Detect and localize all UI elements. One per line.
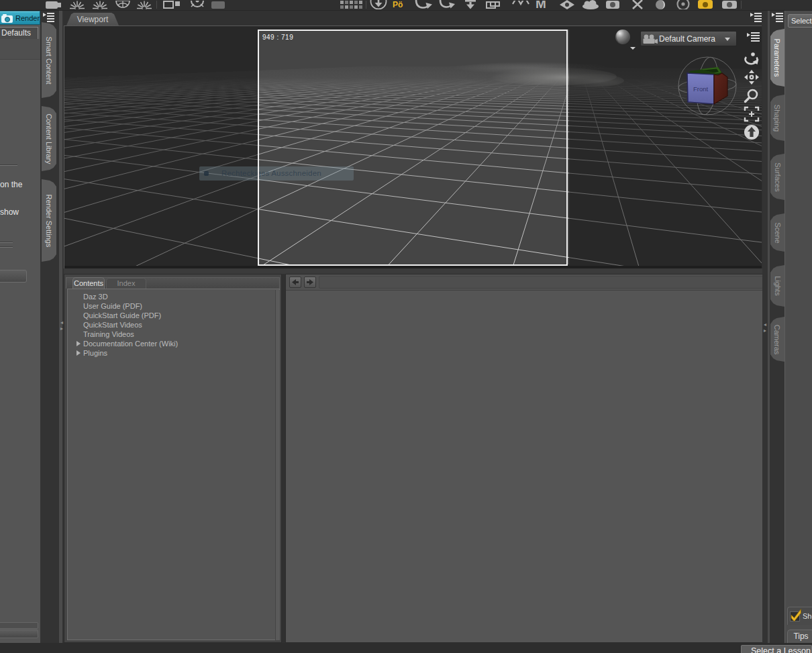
- svg-text:Front: Front: [693, 85, 709, 93]
